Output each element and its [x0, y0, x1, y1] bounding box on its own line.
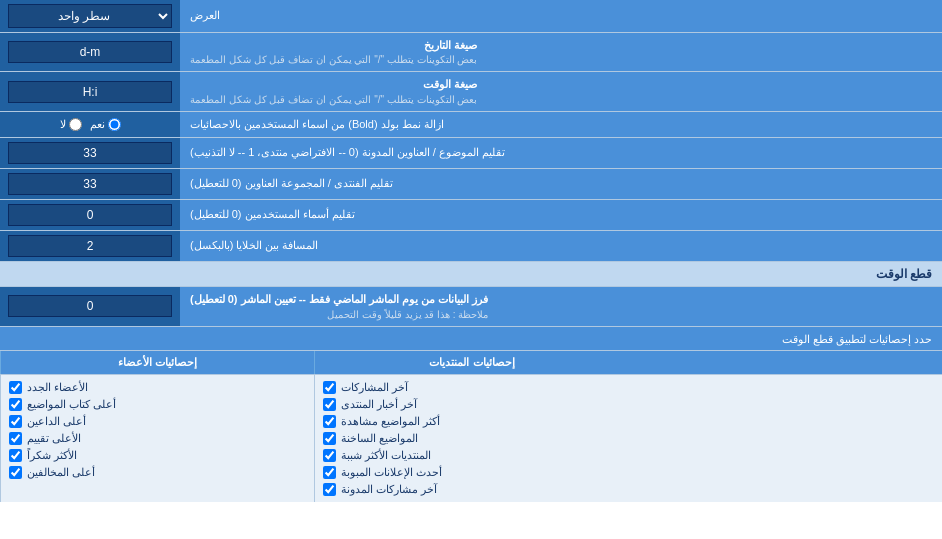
- cell-spacing-label: المسافة بين الخلايا (بالبكسل): [180, 231, 942, 261]
- username-trim-input[interactable]: [8, 204, 172, 226]
- checkbox-header-forums: إحصائيات المنتديات: [314, 351, 628, 374]
- list-item: آخر أخبار المنتدى: [315, 396, 628, 413]
- topic-trim-text: تقليم الموضوع / العناوين المدونة (0 -- ا…: [190, 145, 505, 160]
- checkbox-top-writers-label: أعلى كتاب المواضيع: [27, 398, 116, 411]
- forum-trim-text: تقليم الفنتدى / المجموعة العناوين (0 للت…: [190, 176, 393, 191]
- list-item: أحدث الإعلانات المبوبة: [315, 464, 628, 481]
- cutoff-section-header: قطع الوقت: [0, 262, 942, 287]
- checkbox-hot-topics[interactable]: [323, 432, 336, 445]
- topic-trim-label: تقليم الموضوع / العناوين المدونة (0 -- ا…: [180, 138, 942, 168]
- cutoff-label: فرز البيانات من يوم الماشر الماضي فقط --…: [180, 287, 942, 325]
- display-label: row-lines العرض: [180, 0, 942, 32]
- bold-yes-radio[interactable]: [108, 118, 121, 131]
- limit-label-row: حدد إحصائيات لتطبيق قطع الوقت: [0, 329, 942, 351]
- row-date-format: صيغة التاريخ بعض التكوينات يتطلب "/" الت…: [0, 33, 942, 72]
- topic-trim-input-cell: [0, 138, 180, 168]
- display-label-text: العرض: [190, 8, 220, 23]
- checkbox-top-violators-label: أعلى المخالفين: [27, 466, 95, 479]
- cutoff-sub-text: ملاحظة : هذا قد يزيد قليلاً وقت التحميل: [190, 308, 488, 321]
- checkbox-top-violators[interactable]: [9, 466, 22, 479]
- checkbox-classifieds[interactable]: [323, 466, 336, 479]
- checkbox-header-row: إحصائيات المنتديات إحصائيات الأعضاء: [0, 351, 942, 375]
- list-item: الأعلى تقييم: [1, 430, 314, 447]
- checkbox-popular-forums[interactable]: [323, 449, 336, 462]
- forum-trim-label: تقليم الفنتدى / المجموعة العناوين (0 للت…: [180, 169, 942, 199]
- checkbox-top-callers-label: أعلى الداعين: [27, 415, 86, 428]
- topic-trim-input[interactable]: [8, 142, 172, 164]
- display-input-cell: سطر واحد متعدد الأسطر: [0, 0, 180, 32]
- cutoff-input[interactable]: [8, 295, 172, 317]
- list-item: أعلى الداعين: [1, 413, 314, 430]
- bold-no-radio[interactable]: [69, 118, 82, 131]
- forum-trim-input-cell: [0, 169, 180, 199]
- time-format-sub: بعض التكوينات يتطلب "/" التي يمكن ان تضا…: [190, 93, 477, 106]
- checkbox-blog-posts[interactable]: [323, 483, 336, 496]
- username-trim-text: تقليم أسماء المستخدمين (0 للتعطيل): [190, 207, 355, 222]
- list-item: المواضيع الساخنة: [315, 430, 628, 447]
- list-item: آخر مشاركات المدونة: [315, 481, 628, 498]
- checkbox-col-empty: [629, 375, 942, 502]
- row-topic-trim: تقليم الموضوع / العناوين المدونة (0 -- ا…: [0, 138, 942, 169]
- time-format-label: صيغة الوقت بعض التكوينات يتطلب "/" التي …: [180, 72, 942, 110]
- checkbox-new-members[interactable]: [9, 381, 22, 394]
- cell-spacing-text: المسافة بين الخلايا (بالبكسل): [190, 238, 319, 253]
- bold-radio-group: نعم لا: [60, 118, 121, 131]
- cutoff-main-text: فرز البيانات من يوم الماشر الماضي فقط --…: [190, 292, 488, 307]
- checkbox-new-members-label: الأعضاء الجدد: [27, 381, 88, 394]
- checkbox-latest-posts-label: آخر المشاركات: [341, 381, 408, 394]
- checkbox-top-writers[interactable]: [9, 398, 22, 411]
- list-item: الأكثر شكراً: [1, 447, 314, 464]
- cell-spacing-input[interactable]: [8, 235, 172, 257]
- time-format-title: صيغة الوقت: [190, 77, 477, 92]
- cutoff-input-cell: [0, 287, 180, 325]
- checkbox-top-rated[interactable]: [9, 432, 22, 445]
- checkbox-col-members: الأعضاء الجدد أعلى كتاب المواضيع أعلى ال…: [0, 375, 314, 502]
- list-item: الأعضاء الجدد: [1, 379, 314, 396]
- checkboxes-area: حدد إحصائيات لتطبيق قطع الوقت إحصائيات ا…: [0, 327, 942, 502]
- username-trim-input-cell: [0, 200, 180, 230]
- row-username-trim: تقليم أسماء المستخدمين (0 للتعطيل): [0, 200, 942, 231]
- list-item: المنتديات الأكثر شببة: [315, 447, 628, 464]
- limit-label-text: حدد إحصائيات لتطبيق قطع الوقت: [782, 333, 932, 345]
- checkbox-most-thanked[interactable]: [9, 449, 22, 462]
- date-format-input[interactable]: [8, 41, 172, 63]
- display-dropdown[interactable]: سطر واحد متعدد الأسطر: [8, 4, 172, 28]
- checkbox-top-callers[interactable]: [9, 415, 22, 428]
- date-format-sub: بعض التكوينات يتطلب "/" التي يمكن ان تضا…: [190, 53, 477, 66]
- checkbox-header-members: إحصائيات الأعضاء: [0, 351, 314, 374]
- checkbox-latest-posts[interactable]: [323, 381, 336, 394]
- row-cutoff: فرز البيانات من يوم الماشر الماضي فقط --…: [0, 287, 942, 326]
- cell-spacing-input-cell: [0, 231, 180, 261]
- checkbox-most-thanked-label: الأكثر شكراً: [27, 449, 77, 462]
- row-forum-trim: تقليم الفنتدى / المجموعة العناوين (0 للت…: [0, 169, 942, 200]
- time-format-input[interactable]: [8, 81, 172, 103]
- cutoff-section-title: قطع الوقت: [876, 267, 932, 281]
- checkbox-most-viewed[interactable]: [323, 415, 336, 428]
- list-item: آخر المشاركات: [315, 379, 628, 396]
- checkbox-col-forums: آخر المشاركات آخر أخبار المنتدى أكثر الم…: [314, 375, 628, 502]
- bold-yes-label[interactable]: نعم: [90, 118, 121, 131]
- list-item: أعلى كتاب المواضيع: [1, 396, 314, 413]
- time-format-input-cell: [0, 72, 180, 110]
- bold-no-label[interactable]: لا: [60, 118, 82, 131]
- checkbox-hot-topics-label: المواضيع الساخنة: [341, 432, 418, 445]
- date-format-input-cell: [0, 33, 180, 71]
- forum-trim-input[interactable]: [8, 173, 172, 195]
- list-item: أكثر المواضيع مشاهدة: [315, 413, 628, 430]
- checkbox-rows-container: آخر المشاركات آخر أخبار المنتدى أكثر الم…: [0, 375, 942, 502]
- checkbox-top-rated-label: الأعلى تقييم: [27, 432, 81, 445]
- bold-label-text: ازالة نمط بولد (Bold) من اسماء المستخدمي…: [190, 117, 444, 132]
- checkbox-header-empty: [629, 351, 942, 374]
- date-format-title: صيغة التاريخ: [190, 38, 477, 53]
- checkbox-forum-news[interactable]: [323, 398, 336, 411]
- bold-label: ازالة نمط بولد (Bold) من اسماء المستخدمي…: [180, 112, 942, 137]
- bold-radio-cell: نعم لا: [0, 112, 180, 137]
- checkbox-blog-posts-label: آخر مشاركات المدونة: [341, 483, 437, 496]
- checkbox-forum-news-label: آخر أخبار المنتدى: [341, 398, 417, 411]
- row-display: row-lines العرض سطر واحد متعدد الأسطر: [0, 0, 942, 33]
- row-bold: ازالة نمط بولد (Bold) من اسماء المستخدمي…: [0, 112, 942, 138]
- row-cell-spacing: المسافة بين الخلايا (بالبكسل): [0, 231, 942, 262]
- row-time-format: صيغة الوقت بعض التكوينات يتطلب "/" التي …: [0, 72, 942, 111]
- username-trim-label: تقليم أسماء المستخدمين (0 للتعطيل): [180, 200, 942, 230]
- checkbox-classifieds-label: أحدث الإعلانات المبوبة: [341, 466, 442, 479]
